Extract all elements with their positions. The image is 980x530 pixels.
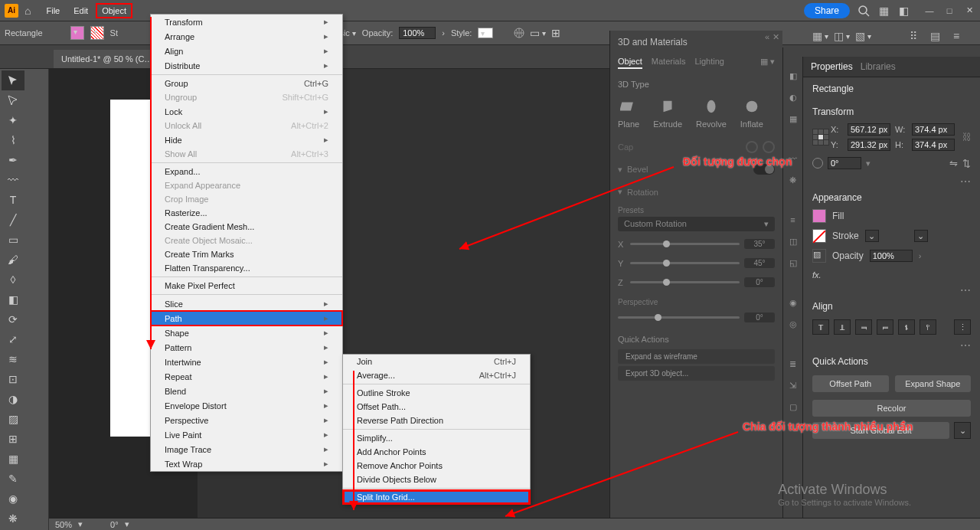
tab-object[interactable]: Object bbox=[618, 57, 642, 69]
stroke-color-swatch[interactable] bbox=[812, 229, 826, 243]
menu-item-blend[interactable]: Blend bbox=[151, 384, 342, 398]
rail-color-icon[interactable]: ◧ bbox=[786, 69, 800, 83]
menu-item-make-pixel-perfect[interactable]: Make Pixel Perfect bbox=[151, 279, 342, 293]
arrange-docs-icon[interactable]: ▦ bbox=[877, 5, 890, 17]
fill-color-swatch[interactable] bbox=[812, 209, 826, 223]
tab-properties[interactable]: Properties bbox=[811, 61, 853, 72]
menu-item-hide[interactable]: Hide bbox=[151, 132, 342, 147]
qa-wireframe-button[interactable]: Expand as wireframe bbox=[618, 349, 775, 364]
rot-x-value[interactable]: 35° bbox=[744, 239, 775, 249]
submenu-item-divide-objects-below[interactable]: Divide Objects Below bbox=[343, 473, 530, 486]
y-input[interactable] bbox=[848, 139, 890, 151]
tab-libraries[interactable]: Libraries bbox=[861, 61, 896, 72]
rail-assetexport-icon[interactable]: ⇲ bbox=[786, 378, 800, 392]
rail-swatches-icon[interactable]: ▦ bbox=[786, 112, 800, 126]
type-extrude[interactable]: Extrude bbox=[653, 97, 682, 129]
stroke-swatch[interactable] bbox=[90, 26, 104, 40]
align-left[interactable]: ⫪ bbox=[812, 319, 829, 335]
flip-h-icon[interactable]: ⇋ bbox=[949, 158, 958, 169]
blend-tool[interactable]: ◉ bbox=[2, 489, 24, 509]
rail-colorguide-icon[interactable]: ◐ bbox=[786, 90, 800, 104]
rot-z-value[interactable]: 0° bbox=[744, 277, 775, 287]
cap-off[interactable] bbox=[763, 141, 775, 153]
rot-y-value[interactable]: 45° bbox=[744, 258, 775, 268]
opacity-input[interactable] bbox=[399, 27, 436, 39]
x-input[interactable] bbox=[848, 123, 890, 136]
menu-item-flatten-transparency-[interactable]: Flatten Transparency... bbox=[151, 261, 342, 275]
menu-object[interactable]: Object bbox=[96, 3, 132, 18]
submenu-item-split-into-grid-[interactable]: Split Into Grid... bbox=[343, 490, 530, 504]
direct-selection-tool[interactable] bbox=[2, 90, 24, 110]
submenu-item-simplify-[interactable]: Simplify... bbox=[343, 431, 530, 445]
menu-item-rasterize-[interactable]: Rasterize... bbox=[151, 206, 342, 220]
rotate-tool[interactable]: ⟳ bbox=[2, 309, 24, 329]
submenu-item-remove-anchor-points[interactable]: Remove Anchor Points bbox=[343, 459, 530, 473]
submenu-item-reverse-path-direction[interactable]: Reverse Path Direction bbox=[343, 414, 530, 427]
align-vcenter[interactable]: ⫮ bbox=[898, 319, 915, 335]
cap-on[interactable] bbox=[746, 141, 758, 153]
pen-tool[interactable]: ✒ bbox=[2, 150, 24, 170]
type-revolve[interactable]: Revolve bbox=[696, 97, 727, 129]
sge-options[interactable]: ⌄ bbox=[954, 422, 971, 439]
align-more-icon[interactable]: ⋯ bbox=[960, 339, 971, 352]
share-button[interactable]: Share bbox=[804, 3, 850, 18]
menu-item-envelope-distort[interactable]: Envelope Distort bbox=[151, 398, 342, 413]
lasso-tool[interactable]: ⌇ bbox=[2, 130, 24, 150]
align-bottom[interactable]: ⫯ bbox=[920, 319, 936, 335]
rot-z-slider[interactable] bbox=[630, 281, 740, 283]
align-to[interactable]: ⋮ bbox=[954, 319, 971, 335]
rail-gradient-icon[interactable]: ◫ bbox=[786, 234, 800, 248]
rail-layers-icon[interactable]: ≣ bbox=[786, 357, 800, 371]
menu-item-pattern[interactable]: Pattern bbox=[151, 340, 342, 355]
menu-item-intertwine[interactable]: Intertwine bbox=[151, 355, 342, 369]
align-right[interactable]: ⫬ bbox=[855, 319, 872, 335]
expand-shape-button[interactable]: Expand Shape bbox=[895, 375, 972, 392]
gradient-tool[interactable]: ▦ bbox=[2, 449, 24, 469]
menu-item-image-trace[interactable]: Image Trace bbox=[151, 442, 342, 456]
perspective-slider[interactable] bbox=[618, 316, 740, 319]
rectangle-tool[interactable]: ▭ bbox=[2, 230, 24, 250]
qa-export3d-button[interactable]: Export 3D object... bbox=[618, 366, 775, 381]
menu-item-group[interactable]: GroupCtrl+G bbox=[151, 77, 342, 90]
shaper-tool[interactable]: ◊ bbox=[2, 270, 24, 290]
align-icon[interactable]: ▭ bbox=[531, 27, 544, 39]
stroke-profile[interactable]: ⌄ bbox=[914, 230, 928, 242]
menu-item-shape[interactable]: Shape bbox=[151, 326, 342, 340]
panel-close-icon[interactable]: ✕ bbox=[773, 32, 779, 42]
submenu-item-join[interactable]: JoinCtrl+J bbox=[343, 355, 530, 368]
fill-swatch[interactable] bbox=[70, 26, 84, 40]
menu-edit[interactable]: Edit bbox=[67, 3, 94, 18]
menu-item-perspective[interactable]: Perspective bbox=[151, 413, 342, 427]
type-plane[interactable]: Plane bbox=[618, 97, 639, 129]
offset-path-button[interactable]: Offset Path bbox=[812, 375, 889, 392]
rail-graphicstyles-icon[interactable]: ◎ bbox=[786, 317, 800, 331]
opt-shape-icon[interactable]: ▧ bbox=[856, 29, 870, 43]
menu-item-distribute[interactable]: Distribute bbox=[151, 58, 342, 73]
workspace-icon[interactable]: ◧ bbox=[897, 5, 910, 17]
menu-item-arrange[interactable]: Arrange bbox=[151, 29, 342, 44]
menu-item-transform[interactable]: Transform bbox=[151, 15, 342, 29]
submenu-item-average-[interactable]: Average...Alt+Ctrl+J bbox=[343, 368, 530, 382]
opt-pathfinder-icon[interactable]: ◫ bbox=[835, 29, 848, 43]
menu-item-lock[interactable]: Lock bbox=[151, 104, 342, 119]
search-icon[interactable] bbox=[858, 5, 870, 17]
free-transform-tool[interactable]: ⊡ bbox=[2, 369, 24, 389]
submenu-item-offset-path-[interactable]: Offset Path... bbox=[343, 400, 530, 414]
eraser-tool[interactable]: ◧ bbox=[2, 290, 24, 309]
menu-item-text-wrap[interactable]: Text Wrap bbox=[151, 456, 342, 471]
globe-icon[interactable] bbox=[513, 27, 525, 39]
line-tool[interactable]: ╱ bbox=[2, 210, 24, 230]
minimize-button[interactable]: — bbox=[922, 5, 937, 17]
magic-wand-tool[interactable]: ✦ bbox=[2, 110, 24, 130]
opt-align-icon[interactable]: ▦ bbox=[813, 29, 827, 43]
menu-item-path[interactable]: Path bbox=[151, 311, 342, 326]
eyedropper-tool[interactable]: ✎ bbox=[2, 469, 24, 489]
rail-symbols-icon[interactable]: ❋ bbox=[786, 173, 800, 187]
submenu-item-outline-stroke[interactable]: Outline Stroke bbox=[343, 386, 530, 400]
opt-menu-icon[interactable]: ≡ bbox=[949, 29, 963, 43]
menu-file[interactable]: File bbox=[40, 3, 66, 18]
recolor-button[interactable]: Recolor bbox=[812, 400, 971, 417]
rotation-section[interactable]: Rotation bbox=[610, 181, 782, 203]
angle-input[interactable] bbox=[828, 157, 861, 169]
home-icon[interactable]: ⌂ bbox=[24, 5, 31, 17]
